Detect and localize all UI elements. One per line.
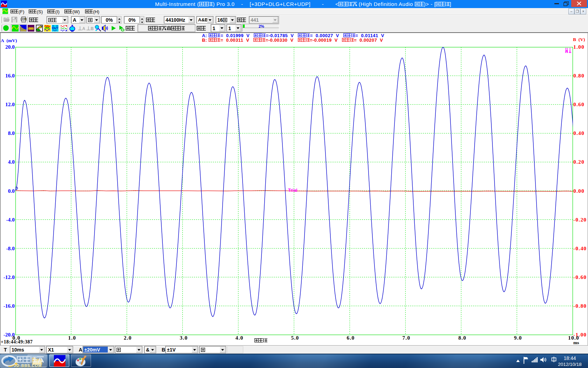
- svg-text:DUT: DUT: [52, 26, 58, 30]
- svg-text:888: 888: [28, 26, 34, 31]
